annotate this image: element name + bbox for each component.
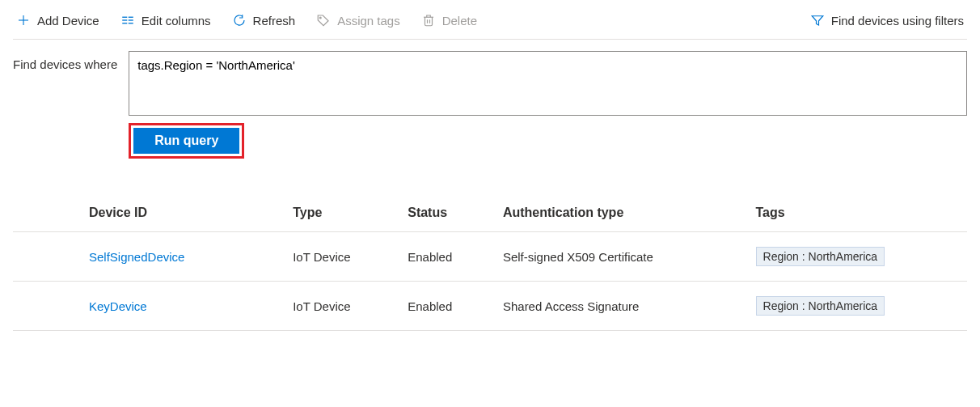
- table-row: KeyDevice IoT Device Enabled Shared Acce…: [13, 282, 967, 331]
- device-link[interactable]: KeyDevice: [89, 299, 147, 313]
- cell-auth: Self-signed X509 Certificate: [493, 232, 746, 282]
- tag-pill: Region : NorthAmerica: [756, 247, 885, 266]
- trash-icon: [421, 13, 436, 28]
- run-query-button[interactable]: Run query: [133, 128, 239, 154]
- refresh-button[interactable]: Refresh: [229, 11, 299, 29]
- edit-columns-button[interactable]: Edit columns: [117, 11, 214, 29]
- add-device-button[interactable]: Add Device: [13, 11, 103, 29]
- find-filters-label: Find devices using filters: [831, 14, 964, 28]
- refresh-icon: [232, 13, 247, 28]
- delete-button: Delete: [418, 11, 480, 29]
- col-device-id: Device ID: [13, 196, 283, 232]
- query-row: Find devices where Run query: [13, 51, 967, 159]
- cell-status: Enabled: [398, 232, 493, 282]
- edit-columns-label: Edit columns: [142, 14, 211, 28]
- table-header-row: Device ID Type Status Authentication typ…: [13, 196, 967, 232]
- col-auth: Authentication type: [493, 196, 746, 232]
- device-link[interactable]: SelfSignedDevice: [89, 250, 184, 264]
- toolbar: Add Device Edit columns Refresh Assign t…: [13, 6, 967, 40]
- filter-icon: [810, 13, 825, 28]
- cell-auth: Shared Access Signature: [493, 282, 746, 331]
- col-type: Type: [283, 196, 398, 232]
- svg-point-8: [319, 17, 321, 19]
- col-tags: Tags: [746, 196, 967, 232]
- query-area: Run query: [129, 51, 967, 159]
- plus-icon: [16, 13, 31, 28]
- query-input[interactable]: [129, 51, 967, 116]
- table-row: SelfSignedDevice IoT Device Enabled Self…: [13, 232, 967, 282]
- tag-icon: [316, 13, 331, 28]
- cell-type: IoT Device: [283, 232, 398, 282]
- query-label: Find devices where: [13, 51, 117, 71]
- col-status: Status: [398, 196, 493, 232]
- assign-tags-label: Assign tags: [337, 14, 400, 28]
- add-device-label: Add Device: [37, 14, 99, 28]
- assign-tags-button: Assign tags: [313, 11, 403, 29]
- tag-pill: Region : NorthAmerica: [756, 296, 885, 316]
- cell-type: IoT Device: [283, 282, 398, 331]
- refresh-label: Refresh: [253, 14, 296, 28]
- delete-label: Delete: [442, 14, 477, 28]
- cell-status: Enabled: [398, 282, 493, 331]
- find-filters-button[interactable]: Find devices using filters: [807, 11, 967, 29]
- columns-icon: [120, 13, 135, 28]
- svg-marker-11: [812, 16, 823, 25]
- devices-table: Device ID Type Status Authentication typ…: [13, 196, 967, 331]
- run-query-highlight: Run query: [129, 123, 244, 159]
